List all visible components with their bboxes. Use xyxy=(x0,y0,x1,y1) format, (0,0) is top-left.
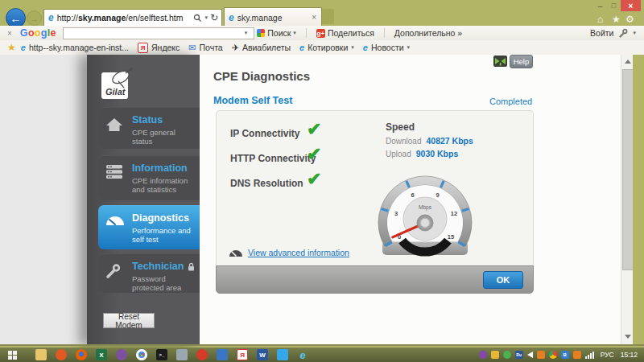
sidebar-item-label: Status xyxy=(132,114,200,125)
check-icon: ✔ xyxy=(307,121,321,138)
bookmark-item[interactable]: Я Яндекс xyxy=(138,43,180,53)
gauge-unit-label: Mbps xyxy=(419,204,432,211)
scroll-down-arrow-icon[interactable] xyxy=(625,335,631,339)
window-close-button[interactable]: × xyxy=(621,0,641,11)
start-button[interactable] xyxy=(0,348,24,362)
wrench-icon[interactable] xyxy=(618,28,628,38)
green-status-icon[interactable] xyxy=(503,351,511,359)
bluetooth-icon[interactable]: B xyxy=(561,351,569,359)
search-button-label: Поиск xyxy=(267,28,291,38)
search-icon[interactable] xyxy=(193,14,202,23)
favorites-gold-star-icon[interactable]: ★ xyxy=(7,42,16,53)
gilat-sidebar: Gilat Status CPE general status xyxy=(87,55,200,346)
share-button[interactable]: g+ Поделиться xyxy=(316,28,374,38)
language-indicator[interactable]: РУС xyxy=(601,351,614,359)
yandex-browser-icon[interactable] xyxy=(196,349,208,360)
file-explorer-icon[interactable] xyxy=(35,349,47,360)
google-search-input[interactable] xyxy=(63,27,254,39)
tools-caret-icon[interactable]: ▾ xyxy=(633,30,636,36)
bookmark-item[interactable]: e Новости ▾ xyxy=(363,43,410,52)
sidebar-item-desc: CPE information and statistics xyxy=(132,176,200,195)
window-right-border xyxy=(633,55,644,346)
toolbar-close-icon[interactable]: × xyxy=(7,29,12,38)
ie-favicon: e xyxy=(48,12,54,23)
favorites-star-icon[interactable]: ★ xyxy=(612,14,621,25)
bookmark-item[interactable]: ✉ Почта xyxy=(188,43,222,53)
bookmark-label: Новости xyxy=(371,43,404,52)
gray-app-icon[interactable] xyxy=(176,349,188,360)
sidebar-item-information[interactable]: Information CPE information and statisti… xyxy=(98,155,200,200)
sidebar-item-desc: Password protected area xyxy=(132,274,200,293)
scrollbar-thumb[interactable] xyxy=(622,69,634,270)
volume-icon[interactable] xyxy=(527,352,533,358)
address-bar[interactable]: e http://sky.manage/en/selftest.htm ▾ ↻ xyxy=(43,9,222,27)
chrome-icon[interactable] xyxy=(136,349,147,360)
sidebar-item-status[interactable]: Status CPE general status xyxy=(98,107,200,149)
tab-title: sky.manage xyxy=(237,13,283,23)
page-scrollbar[interactable] xyxy=(621,55,634,344)
google-plus-icon: g+ xyxy=(316,29,325,38)
sidebar-item-technician[interactable]: Technician Password protected area xyxy=(98,253,200,293)
back-arrow-icon: ← xyxy=(10,12,22,25)
refresh-icon[interactable]: ↻ xyxy=(210,12,218,23)
palette-icon[interactable] xyxy=(549,351,557,359)
system-tray: Ru B РУС 15:12 xyxy=(479,351,644,359)
speed-title: Speed xyxy=(386,121,415,133)
blue-app-icon[interactable] xyxy=(277,349,288,360)
ok-button[interactable]: OK xyxy=(483,271,523,289)
window-minimize-button[interactable]: – xyxy=(593,0,607,11)
forward-button[interactable]: → xyxy=(27,10,42,26)
ru-language-icon[interactable]: Ru xyxy=(515,351,523,359)
url-prefix: http:// xyxy=(57,13,78,23)
scroll-up-arrow-icon[interactable] xyxy=(625,60,631,64)
clock[interactable]: 15:12 xyxy=(621,351,638,359)
more-button[interactable]: Дополнительно » xyxy=(394,28,462,38)
yandex-icon[interactable]: Я xyxy=(237,349,248,360)
firefox-icon[interactable] xyxy=(76,349,87,360)
view-advanced-information-link[interactable]: View advanced information xyxy=(248,248,349,257)
gilat-logo: Gilat xyxy=(101,72,128,99)
orange-app-icon[interactable] xyxy=(537,351,545,359)
google-search-button[interactable]: Поиск ▾ xyxy=(257,28,296,38)
console-icon[interactable]: >_ xyxy=(156,349,167,360)
settings-gear-icon[interactable]: ⚙ xyxy=(625,14,634,25)
status-badge: Completed xyxy=(489,97,532,106)
taskbar: X >_ Я W e Ru B РУС 15:12 xyxy=(0,348,644,362)
search-history-caret-icon[interactable]: ▾ xyxy=(245,30,248,36)
word-icon[interactable]: W xyxy=(257,349,268,360)
windows-logo-icon xyxy=(8,351,17,360)
orange-square-icon[interactable] xyxy=(573,351,581,359)
bookmark-item[interactable]: e http--sky.manage-en-inst... xyxy=(21,43,129,52)
browser-tab[interactable]: e sky.manage × xyxy=(224,7,322,27)
bookmark-item[interactable]: e Котировки ▾ xyxy=(299,43,354,52)
help-button[interactable]: Help xyxy=(510,55,533,68)
alert-icon[interactable] xyxy=(491,351,499,359)
reset-modem-button[interactable]: Reset Modem xyxy=(103,313,155,328)
tab-close-icon[interactable]: × xyxy=(312,13,321,22)
gauge-icon xyxy=(105,215,125,229)
window-maximize-button[interactable]: □ xyxy=(607,0,621,11)
viber-icon[interactable] xyxy=(116,349,127,360)
google-logo: Google xyxy=(20,27,56,39)
satellite-status-icon[interactable] xyxy=(493,56,507,67)
internet-explorer-icon[interactable]: e xyxy=(297,349,308,360)
upload-label: Upload xyxy=(386,150,411,158)
svg-text:9: 9 xyxy=(436,191,439,199)
orange-app-icon[interactable] xyxy=(56,349,67,360)
bookmark-item[interactable]: ✈ Авиабилеты xyxy=(232,43,291,53)
home-icon[interactable]: ⌂ xyxy=(597,14,603,25)
new-tab-button[interactable] xyxy=(322,9,334,24)
ie-page-icon: e xyxy=(21,43,26,52)
search-caret-icon[interactable]: ▾ xyxy=(204,14,208,21)
signin-button[interactable]: Войти xyxy=(590,28,613,38)
purple-app-icon[interactable] xyxy=(479,351,487,359)
sidebar-item-label: Technician xyxy=(132,261,184,272)
share-button-label: Поделиться xyxy=(328,28,374,38)
sidebar-item-diagnostics[interactable]: Diagnostics Performance and self test xyxy=(98,205,200,249)
photos-app-icon[interactable] xyxy=(217,349,228,360)
section-title: Modem Self Test xyxy=(213,95,292,106)
wrench-icon xyxy=(105,263,122,282)
server-stack-icon xyxy=(105,165,123,183)
network-signal-icon[interactable] xyxy=(585,352,594,359)
excel-icon[interactable]: X xyxy=(96,349,107,360)
